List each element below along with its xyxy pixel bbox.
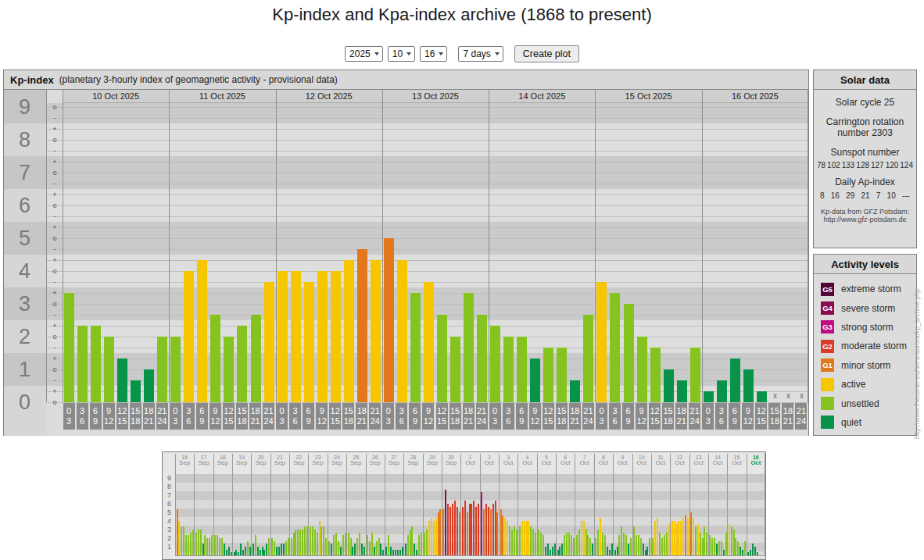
hour-label: 69	[516, 403, 528, 430]
activity-level-swatch: G2	[821, 340, 834, 353]
hour-label: 912	[636, 403, 647, 430]
solar-data-panel: Solar data Solar cycle 25 Carrington rot…	[813, 70, 917, 248]
kp-bar	[117, 358, 127, 402]
activity-level-label: severe storm	[841, 303, 895, 314]
hour-label: 2124	[263, 403, 274, 430]
overview-day-separator	[613, 454, 614, 555]
activity-level-swatch: G1	[821, 358, 834, 372]
overview-kp-bar	[690, 512, 692, 555]
overview-kp-bar	[202, 544, 204, 555]
overview-kp-bar	[623, 533, 625, 555]
overview-kp-bar	[654, 521, 656, 555]
overview-kp-bar	[607, 547, 608, 555]
month-select[interactable]: 10	[388, 46, 415, 62]
kp-chart-body: 10 Oct 202511 Oct 202512 Oct 202513 Oct …	[4, 90, 808, 436]
overview-kp-bar	[302, 530, 303, 555]
overview-kp-bar	[299, 530, 301, 555]
hour-label: 1518	[236, 403, 248, 430]
overview-kp-bar	[242, 550, 244, 555]
y-axis-number: 9	[4, 94, 45, 120]
y-axis-sublabel: o	[47, 234, 63, 242]
overview-kp-bar	[356, 538, 358, 555]
overview-kp-bar	[680, 521, 682, 555]
activity-levels-panel: Activity levels G5extreme stormG4severe …	[813, 254, 917, 436]
overview-date-label: 20Sep	[251, 454, 270, 466]
y-axis-sublabel: o	[47, 267, 63, 275]
overview-kp-bar	[471, 504, 472, 555]
y-axis-number: 4	[4, 258, 45, 284]
kp-bar	[690, 348, 700, 402]
overview-kp-bar	[535, 533, 536, 555]
overview-date-label: 1Oct	[460, 454, 479, 466]
overview-kp-bar	[583, 521, 585, 555]
year-select[interactable]: 2025	[345, 46, 383, 62]
overview-kp-bar	[733, 530, 735, 555]
overview-kp-bar	[628, 544, 629, 555]
overview-kp-bar	[552, 547, 553, 555]
overview-kp-bar	[545, 547, 546, 555]
overview-kp-bar	[678, 521, 679, 555]
overview-kp-bar	[340, 547, 342, 555]
overview-kp-bar	[319, 521, 321, 555]
overview-date-label: 3Oct	[499, 454, 518, 466]
overview-kp-bar	[502, 515, 503, 555]
overview-kp-bar	[695, 526, 697, 555]
sunspot-label: Sunspot number	[814, 147, 916, 158]
kp-bar	[237, 326, 247, 402]
activity-level-row: G1minor storm	[814, 356, 916, 375]
overview-kp-bar	[385, 547, 387, 555]
ap-value: 21	[861, 191, 869, 200]
chevron-down-icon	[495, 52, 500, 55]
kp-source-line2: http://www.gfz-potsdam.de	[814, 216, 916, 223]
y-axis-number: 1	[4, 356, 45, 383]
overview-kp-bar	[604, 535, 606, 555]
overview-kp-bar	[260, 550, 261, 555]
overview-kp-bar	[742, 550, 743, 555]
y-axis-sublabel: +	[47, 191, 63, 198]
overview-kp-bar	[530, 526, 532, 555]
overview-kp-bar	[687, 518, 689, 555]
overview-kp-bar	[348, 533, 349, 555]
overview-kp-bar	[335, 533, 337, 555]
overview-kp-bar	[354, 544, 356, 555]
kp-bar	[157, 337, 167, 402]
hour-label: 1821	[249, 403, 261, 430]
overview-kp-bar	[714, 538, 715, 555]
overview-kp-bar	[638, 535, 639, 555]
overview-kp-bar	[550, 550, 551, 555]
hour-label: 03	[276, 403, 288, 430]
y-axis-sublabel: +	[47, 355, 63, 362]
kp-bar	[344, 260, 354, 402]
overview-kp-bar	[485, 504, 487, 555]
y-axis-sublabel: -	[47, 212, 63, 220]
hour-label: 1518	[449, 403, 461, 430]
overview-kp-bar	[206, 538, 208, 555]
overview-kp-bar	[649, 538, 650, 555]
overview-kp-bar	[314, 530, 316, 555]
kp-bar	[317, 271, 328, 402]
y-axis-sublabel: -	[47, 114, 63, 122]
overview-kp-bar	[328, 541, 330, 555]
overview-kp-bar	[255, 535, 256, 555]
activity-level-label: strong storm	[841, 322, 894, 333]
day-select[interactable]: 16	[420, 46, 447, 62]
overview-kp-bar	[538, 530, 539, 555]
range-select[interactable]: 7 days	[458, 46, 503, 62]
overview-kp-bar	[211, 535, 213, 555]
overview-date-label: 30Sep	[442, 454, 460, 466]
create-plot-button[interactable]: Create plot	[514, 45, 579, 62]
overview-date-label: 12Oct	[670, 454, 689, 466]
overview-kp-bar	[271, 538, 273, 555]
hour-label: 36	[503, 403, 514, 430]
overview-kp-bar	[547, 544, 549, 555]
y-axis-number: 5	[4, 225, 45, 251]
y-axis-sublabel: o	[47, 398, 63, 406]
hour-label: 2124	[582, 403, 594, 430]
overview-kp-bar	[198, 530, 199, 555]
overview-kp-bar	[217, 535, 218, 555]
ap-value: ---	[902, 191, 910, 200]
overview-kp-bar	[200, 530, 202, 555]
activity-level-label: moderate storm	[841, 341, 907, 351]
overview-kp-bar	[711, 538, 713, 555]
overview-day-separator	[194, 454, 195, 555]
